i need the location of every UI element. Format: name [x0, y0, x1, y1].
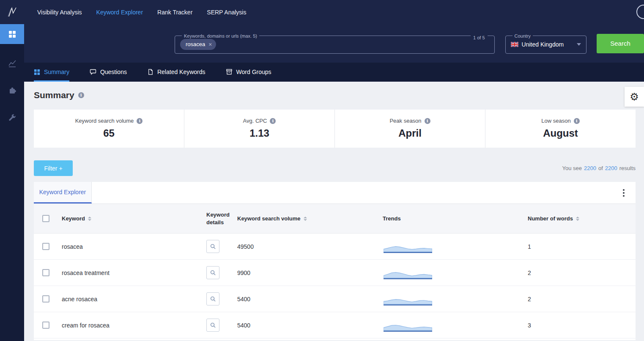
speech-bubble-icon [90, 69, 96, 75]
keyword-details-button[interactable] [206, 319, 219, 332]
column-header-keyword[interactable]: Keyword [62, 215, 85, 222]
keyword-details-button[interactable] [206, 266, 219, 279]
table-menu-kebab-icon[interactable] [621, 187, 626, 198]
country-select[interactable]: Country United Kingdom [505, 33, 586, 54]
sidebar-item-analytics[interactable] [0, 56, 24, 71]
results-of: of [598, 165, 603, 171]
uk-flag-icon [511, 42, 518, 47]
row-checkbox[interactable] [42, 243, 49, 250]
stat-value: 65 [34, 127, 184, 139]
search-icon [210, 243, 216, 250]
nav-serp-analysis[interactable]: SERP Analysis [207, 9, 246, 16]
stat-value: 1.13 [184, 127, 334, 139]
word-count-cell: 2 [528, 296, 636, 302]
main-content: ⚙ Summary Keyword search volume 65 Avg. … [24, 82, 644, 341]
country-select-label: Country [512, 33, 533, 38]
stat-label: Peak season [389, 118, 421, 124]
wrench-icon [8, 113, 16, 122]
keyword-cell: rosacea treatment [62, 270, 206, 276]
search-icon [210, 322, 216, 328]
word-count-cell: 2 [528, 270, 636, 276]
keyword-cell: acne rosacea [62, 296, 206, 302]
tab-related-keywords[interactable]: Related Keywords [147, 63, 206, 82]
keyword-cell: cream for rosacea [62, 322, 206, 329]
trend-sparkline [384, 319, 432, 332]
gear-icon: ⚙ [630, 91, 639, 103]
tab-word-groups[interactable]: Word Groups [226, 63, 271, 82]
search-icon [210, 296, 216, 302]
keywords-input-label: Keywords, domains or urls (max. 5) [182, 33, 259, 38]
tab-summary[interactable]: Summary [34, 63, 69, 82]
sidebar-item-integrations[interactable] [0, 83, 24, 98]
tab-word-groups-label: Word Groups [236, 69, 271, 75]
nav-visibility-analysis[interactable]: Visibility Analysis [37, 9, 82, 16]
sidebar-item-dashboard[interactable] [0, 24, 24, 44]
keyword-counter: 1 of 5 [471, 35, 488, 40]
trend-sparkline [384, 267, 432, 279]
volume-cell: 9900 [237, 270, 383, 276]
chevron-down-icon [577, 43, 581, 46]
word-count-cell: 3 [528, 322, 636, 329]
sort-icon[interactable] [304, 217, 307, 221]
search-button[interactable]: Search [597, 34, 644, 53]
puzzle-icon [8, 86, 16, 95]
keyword-details-button[interactable] [206, 240, 219, 253]
sidebar [0, 24, 24, 341]
info-icon[interactable] [78, 92, 84, 98]
logo-icon [7, 7, 18, 18]
results-suffix: results [619, 165, 636, 171]
table-row: rosacea treatment 9900 2 [34, 260, 636, 286]
stat-value: August [485, 127, 636, 139]
sort-icon[interactable] [88, 217, 91, 221]
column-header-words[interactable]: Number of words [528, 215, 573, 222]
nav-rank-tracker[interactable]: Rank Tracker [157, 9, 192, 16]
sidebar-item-tools[interactable] [0, 110, 24, 125]
stat-low-season: Low season August [485, 110, 636, 148]
row-checkbox[interactable] [42, 322, 49, 329]
document-icon [147, 69, 153, 75]
table-row: rosacea 49500 1 [34, 234, 636, 260]
app-logo[interactable] [0, 7, 24, 18]
select-all-checkbox[interactable] [42, 215, 49, 222]
summary-stats: Keyword search volume 65 Avg. CPC 1.13 P… [34, 110, 636, 148]
tab-questions[interactable]: Questions [90, 63, 127, 82]
stat-value: April [335, 127, 485, 139]
top-bar: Visibility Analysis Keyword Explorer Ran… [0, 0, 644, 24]
table-row: acne rosacea 5400 2 [34, 286, 636, 312]
chip-remove-icon[interactable]: × [208, 41, 212, 47]
table-header-row: Keyword Keyword details Keyword search v… [34, 204, 636, 234]
table-tab-keyword-explorer[interactable]: Keyword Explorer [34, 182, 92, 204]
info-icon[interactable] [270, 118, 276, 124]
keywords-input[interactable]: Keywords, domains or urls (max. 5) rosac… [175, 33, 495, 54]
page-title: Summary [34, 90, 74, 100]
word-groups-box-icon [226, 69, 233, 75]
top-navigation: Visibility Analysis Keyword Explorer Ran… [37, 9, 246, 16]
stat-label: Low season [541, 118, 570, 124]
summary-grid-icon [34, 69, 40, 75]
keyword-chip[interactable]: rosacea × [180, 39, 216, 50]
results-count: You see 2200 of 2200 results [562, 165, 636, 171]
column-header-volume[interactable]: Keyword search volume [237, 215, 301, 222]
volume-cell: 5400 [237, 322, 383, 329]
info-icon[interactable] [574, 118, 580, 124]
stat-search-volume: Keyword search volume 65 [34, 110, 184, 148]
results-prefix: You see [562, 165, 582, 171]
keyword-details-button[interactable] [206, 292, 219, 305]
stat-avg-cpc: Avg. CPC 1.13 [184, 110, 334, 148]
country-value: United Kingdom [522, 41, 564, 48]
nav-keyword-explorer[interactable]: Keyword Explorer [96, 9, 143, 16]
trend-sparkline [384, 240, 432, 253]
sort-icon[interactable] [576, 217, 579, 221]
settings-button[interactable]: ⚙ [625, 87, 644, 107]
results-shown[interactable]: 2200 [584, 165, 596, 171]
results-total[interactable]: 2200 [605, 165, 617, 171]
user-avatar[interactable] [636, 5, 644, 19]
keyword-cell: rosacea [62, 243, 206, 250]
stat-label: Avg. CPC [243, 118, 267, 124]
volume-cell: 5400 [237, 296, 383, 302]
row-checkbox[interactable] [42, 269, 49, 276]
row-checkbox[interactable] [42, 295, 49, 302]
filter-button[interactable]: Filter + [34, 160, 73, 176]
info-icon[interactable] [137, 118, 143, 124]
info-icon[interactable] [425, 118, 430, 124]
